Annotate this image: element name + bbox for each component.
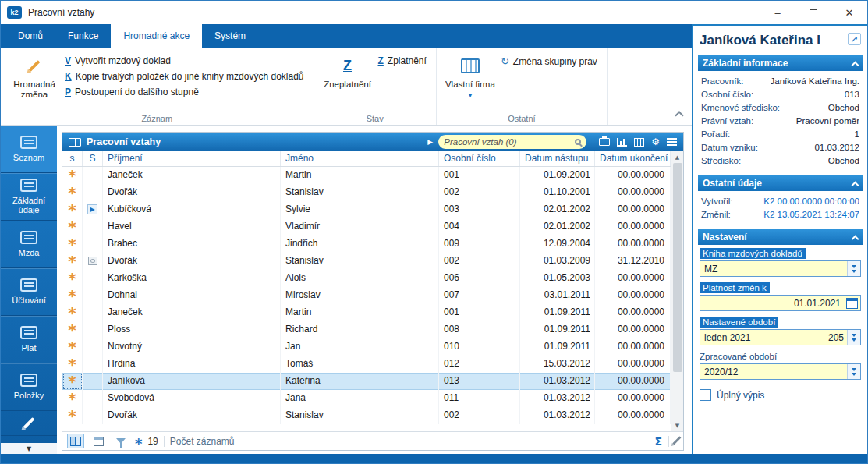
ribbon-item-label: Vytvořit mzdový doklad xyxy=(75,55,171,66)
table-row[interactable]: *DohnalMiroslav00703.01.201100.00.0000 xyxy=(62,287,671,304)
col-datum-nastupu[interactable]: Datum nástupu xyxy=(520,151,595,166)
table-row[interactable]: *JanečekMartin00101.09.200100.00.0000 xyxy=(62,167,671,184)
table-row[interactable]: *PlossRichard00801.09.201100.00.0000 xyxy=(62,321,671,338)
col-s2[interactable]: S xyxy=(83,151,103,166)
ribbon-group-zaznam: Hromadná změna VVytvořit mzdový dokladKK… xyxy=(1,48,314,125)
own-company-button[interactable]: Vlastní firma ▾ xyxy=(443,51,498,101)
sidebar-item-label: Plat xyxy=(22,343,37,352)
sidebar-item-plat[interactable]: Plat xyxy=(1,316,57,363)
record-count-label: Počet záznamů xyxy=(170,436,235,447)
processed-period-select[interactable]: 2020/12 xyxy=(700,363,861,380)
polozky-icon xyxy=(20,374,37,387)
search-input[interactable]: Pracovní vztah (0) xyxy=(438,135,586,149)
cell-end-date: 00.00.0000 xyxy=(595,167,671,184)
print-icon[interactable] xyxy=(599,138,610,146)
edit-button[interactable] xyxy=(676,435,678,446)
cell-end-date: 00.00.0000 xyxy=(595,407,671,424)
sidebar-item-mzda[interactable]: Mzda xyxy=(1,221,57,268)
settings-header[interactable]: Nastavení xyxy=(698,229,863,245)
table-row[interactable]: *HrdinaTomáš01215.03.201200.00.0000 xyxy=(62,356,671,373)
panes-toggle-button[interactable] xyxy=(67,434,84,448)
invalidate-button[interactable]: Z Zneplatnění xyxy=(321,51,375,90)
table-row[interactable]: *JanečekMartin00101.09.201100.00.0000 xyxy=(62,304,671,321)
cell-end-date: 00.00.0000 xyxy=(595,287,671,304)
sidebar-item-polozky[interactable]: Položky xyxy=(1,363,57,411)
table-row[interactable]: *KarkoškaAlois00601.05.200300.00.0000 xyxy=(62,270,671,287)
validate-button[interactable]: Z Zplatnění xyxy=(375,55,430,67)
open-external-icon[interactable]: ↗ xyxy=(848,33,861,45)
cell-name: Jindřich xyxy=(281,236,439,253)
cell-name: Miroslav xyxy=(281,287,439,304)
filter-button[interactable] xyxy=(112,434,129,448)
sidebar-edit-button[interactable] xyxy=(1,411,57,436)
tab-hromadne-akce[interactable]: Hromadné akce xyxy=(111,24,202,48)
record-star-icon: * xyxy=(68,218,76,236)
sidebar-item-zakladni-udaje[interactable]: Základní údaje xyxy=(1,173,57,221)
sidebar-item-uctovani[interactable]: Účtování xyxy=(1,268,57,316)
cell-personal-number: 001 xyxy=(439,304,520,321)
app-logo-icon: k2 xyxy=(7,6,22,19)
columns-icon[interactable] xyxy=(634,138,644,147)
col-jmeno[interactable]: Jméno xyxy=(281,151,439,166)
minimize-button[interactable]: – xyxy=(760,1,795,24)
col-prijmeni[interactable]: Příjmení xyxy=(103,151,281,166)
close-button[interactable]: ✕ xyxy=(831,1,867,24)
invalidate-label: Zneplatnění xyxy=(324,80,371,90)
cell-surname: Hrdina xyxy=(103,356,281,373)
scroll-down-icon[interactable]: ▼ xyxy=(671,420,683,431)
cell-end-date: 00.00.0000 xyxy=(595,338,671,356)
cell-surname: Dohnal xyxy=(103,287,281,304)
table-row[interactable]: *BrabecJindřich00912.09.200400.00.0000 xyxy=(62,236,671,253)
ribbon-item[interactable]: VVytvořit mzdový doklad xyxy=(62,55,307,67)
record-star-icon: * xyxy=(68,253,76,270)
cell-end-date: 31.12.2010 xyxy=(595,253,671,270)
col-osobni-cislo[interactable]: Osobní číslo xyxy=(439,151,520,166)
maximize-button[interactable] xyxy=(795,1,831,24)
ribbon-item[interactable]: KKopie trvalých položek do jiné knihy mz… xyxy=(62,70,307,83)
sidebar-expand-button[interactable]: ▼ xyxy=(1,443,57,454)
calendar-picker-icon[interactable] xyxy=(846,298,858,309)
tab-funkce[interactable]: Funkce xyxy=(55,24,111,48)
other-info-header[interactable]: Ostatní údaje xyxy=(698,175,863,191)
book-select[interactable]: MZ xyxy=(700,260,861,277)
tab-domu[interactable]: Domů xyxy=(5,24,55,48)
ribbon-item[interactable]: PPostoupení do dalšího stupně xyxy=(62,86,307,98)
tab-system[interactable]: Systém xyxy=(202,24,258,48)
vertical-scrollbar[interactable]: ▲ ▼ xyxy=(671,151,683,431)
settings-gear-icon[interactable]: ⚙ xyxy=(651,137,660,147)
dropdown-icon[interactable] xyxy=(847,364,860,379)
validity-date-input[interactable]: 01.01.2021 xyxy=(700,295,861,311)
bulk-change-button[interactable]: Hromadná změna xyxy=(7,51,62,100)
table-row[interactable]: *JaníkováKateřina01301.03.201200.00.0000 xyxy=(62,373,671,390)
sidebar: SeznamZákladní údajeMzdaÚčtováníPlatPolo… xyxy=(1,126,57,454)
chart-icon[interactable] xyxy=(617,138,627,147)
scroll-up-icon[interactable]: ▲ xyxy=(671,151,683,163)
panel-info-row: Právní vztah:Pracovní poměr xyxy=(698,114,863,127)
ribbon-collapse-icon[interactable] xyxy=(675,111,683,119)
scrollbar-thumb[interactable] xyxy=(673,163,682,372)
cell-start-date: 01.09.2001 xyxy=(520,167,595,184)
table-row[interactable]: *NovotnýJan01001.09.201100.00.0000 xyxy=(62,338,671,356)
rights-group-change-button[interactable]: ↻ Změna skupiny práv xyxy=(498,55,601,68)
table-row[interactable]: *HavelVladimír00402.01.200200.00.0000 xyxy=(62,218,671,236)
cell-end-date: 00.00.0000 xyxy=(595,356,671,373)
basic-info-header[interactable]: Základní informace xyxy=(698,55,863,71)
sum-button[interactable]: Σ xyxy=(654,435,662,448)
full-list-checkbox[interactable] xyxy=(700,389,711,401)
table-row[interactable]: *SvobodováJana01101.03.201200.00.0000 xyxy=(62,390,671,407)
period-select[interactable]: leden 2021 205 xyxy=(700,329,861,345)
table-row[interactable]: *DvořákStanislav00201.03.200931.12.2010 xyxy=(62,253,671,270)
record-star-icon: * xyxy=(68,338,76,356)
table-row[interactable]: *▶KubíčkováSylvie00302.01.200200.00.0000 xyxy=(62,201,671,218)
col-s[interactable]: s xyxy=(62,151,83,166)
menu-icon[interactable] xyxy=(667,138,677,146)
dropdown-icon[interactable] xyxy=(847,261,860,276)
table-row[interactable]: *DvořákStanislav00201.03.201200.00.0000 xyxy=(62,407,671,424)
col-datum-ukonceni[interactable]: Datum ukončení xyxy=(595,151,671,166)
record-star-icon: * xyxy=(68,373,76,390)
calendar-view-button[interactable] xyxy=(90,434,107,448)
sidebar-item-seznam[interactable]: Seznam xyxy=(1,126,57,173)
dropdown-icon[interactable] xyxy=(847,330,860,345)
expand-icon[interactable]: ▶ xyxy=(427,138,433,146)
table-row[interactable]: *DvořákStanislav00201.10.200100.00.0000 xyxy=(62,184,671,201)
